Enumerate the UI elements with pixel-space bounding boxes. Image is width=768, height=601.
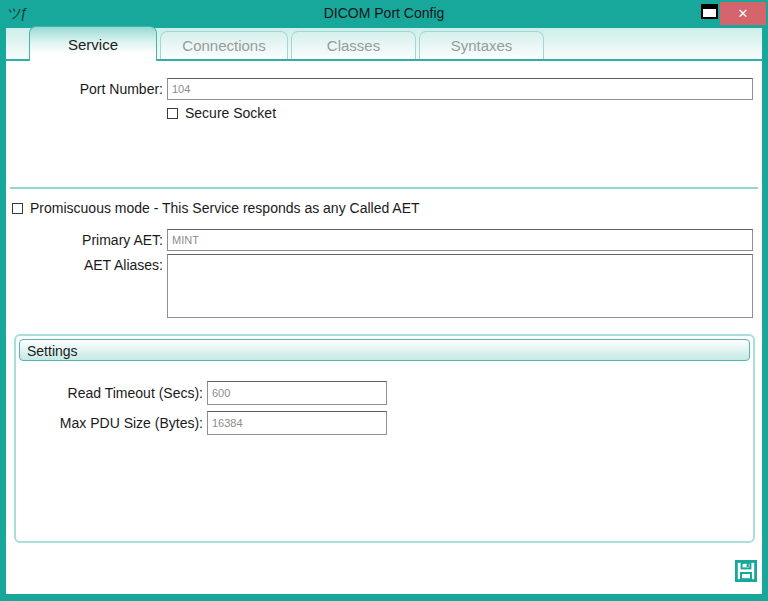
aet-aliases-input[interactable]: [167, 254, 753, 318]
tab-syntaxes[interactable]: Syntaxes: [419, 31, 544, 59]
read-timeout-label: Read Timeout (Secs):: [6, 381, 203, 405]
close-button[interactable]: ✕: [720, 2, 766, 25]
window-title: DICOM Port Config: [0, 5, 768, 21]
secure-socket-row: Secure Socket: [167, 105, 276, 121]
tab-classes[interactable]: Classes: [291, 31, 416, 59]
section-divider: [10, 187, 758, 189]
tab-strip: Service Connections Classes Syntaxes: [6, 28, 762, 61]
tab-label: Connections: [182, 37, 265, 54]
port-number-label: Port Number:: [6, 78, 163, 100]
aet-aliases-label: AET Aliases:: [6, 254, 163, 276]
settings-groupbox: Settings: [14, 334, 755, 543]
max-pdu-size-input[interactable]: [207, 411, 387, 435]
tab-service[interactable]: Service: [29, 26, 157, 61]
settings-header: Settings: [19, 339, 750, 361]
primary-aet-label: Primary AET:: [6, 229, 163, 251]
secure-socket-checkbox[interactable]: [167, 108, 178, 119]
maximize-button[interactable]: [701, 4, 718, 19]
tab-label: Syntaxes: [451, 37, 513, 54]
tab-label: Service: [68, 36, 118, 53]
tab-connections[interactable]: Connections: [160, 31, 288, 59]
title-bar: ツƒ DICOM Port Config ✕: [0, 0, 768, 28]
tab-label: Classes: [327, 37, 380, 54]
close-icon: ✕: [738, 6, 749, 21]
promiscuous-mode-checkbox[interactable]: [12, 203, 23, 214]
save-button[interactable]: [735, 560, 757, 582]
save-icon: [735, 560, 757, 582]
max-pdu-size-label: Max PDU Size (Bytes):: [6, 411, 203, 435]
secure-socket-label: Secure Socket: [185, 105, 276, 121]
client-area: Service Connections Classes Syntaxes Por…: [6, 28, 762, 594]
port-number-input[interactable]: [167, 78, 753, 100]
read-timeout-input[interactable]: [207, 381, 387, 405]
primary-aet-input[interactable]: [167, 229, 753, 251]
dicom-port-config-window: ツƒ DICOM Port Config ✕ Service Connectio…: [0, 0, 768, 601]
promiscuous-mode-row: Promiscuous mode - This Service responds…: [12, 200, 420, 216]
promiscuous-mode-label: Promiscuous mode - This Service responds…: [30, 200, 420, 216]
